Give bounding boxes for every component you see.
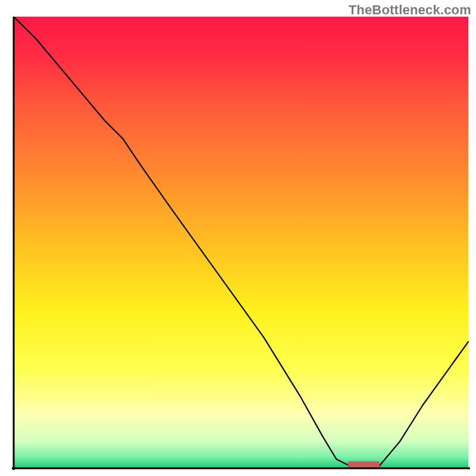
chart-background-gradient	[14, 17, 468, 468]
chart-container	[12, 17, 470, 470]
chart-svg	[12, 17, 470, 470]
watermark-text: TheBottleneck.com	[349, 2, 471, 18]
optimal-marker	[348, 462, 380, 468]
